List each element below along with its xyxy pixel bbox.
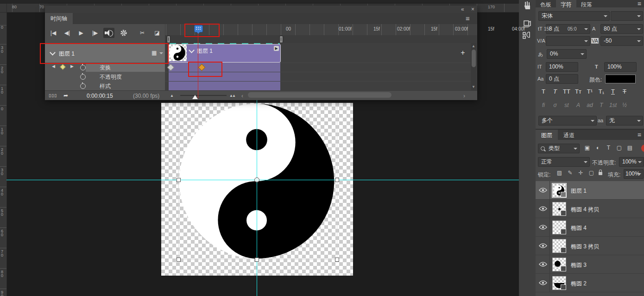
panel-tab[interactable]: 字符: [556, 0, 576, 10]
stopwatch-icon[interactable]: [80, 74, 86, 80]
mute-audio-button[interactable]: [103, 28, 114, 38]
history-icon[interactable]: [522, 31, 532, 41]
filter-toggle-icon-partial[interactable]: [641, 145, 644, 152]
layer-thumbnail[interactable]: [552, 220, 566, 234]
font-style-select[interactable]: [611, 11, 643, 21]
visibility-toggle[interactable]: [536, 274, 550, 292]
video-clip-layer1[interactable]: 图层 1 ▶: [169, 44, 281, 63]
blend-mode-select[interactable]: 正常: [538, 157, 590, 167]
type-style-button[interactable]: T¹: [585, 88, 595, 95]
visibility-toggle[interactable]: [536, 181, 550, 199]
clip-right-marker[interactable]: ▶: [274, 46, 279, 51]
transform-handle-midright[interactable]: [335, 178, 339, 182]
layer-row[interactable]: 椭圆 4: [536, 218, 644, 237]
transform-handle-bottomleft[interactable]: [177, 258, 181, 262]
anti-alias-select[interactable]: 无: [606, 116, 643, 126]
convert-to-frame-animation-icon[interactable]: ▯▯▯: [49, 93, 57, 98]
layer-row[interactable]: 椭圆 3 拷贝: [536, 237, 644, 255]
panel-menu-icon[interactable]: ≡: [638, 0, 641, 7]
transform-handle-midleft[interactable]: [177, 178, 181, 182]
filter-type-icon[interactable]: ▣: [582, 145, 593, 151]
type-style-button[interactable]: T: [619, 88, 630, 95]
filter-type-icon[interactable]: ▢: [614, 145, 625, 151]
layer-thumbnail[interactable]: [552, 183, 566, 197]
next-keyframe-arrow[interactable]: ▶: [70, 64, 74, 69]
layer-thumbnail[interactable]: [552, 239, 566, 253]
lock-option-icon[interactable]: ✛: [575, 170, 586, 176]
timeline-zoom-slider[interactable]: [180, 95, 227, 96]
horizontal-guide[interactable]: [6, 180, 519, 180]
filter-type-icon[interactable]: ◐: [593, 145, 603, 151]
property-label-cell[interactable]: 变换: [86, 63, 165, 72]
timeline-horizontal-scrollbar[interactable]: [248, 92, 391, 98]
filter-type-icon[interactable]: ▤: [625, 145, 635, 151]
opentype-button[interactable]: 1st: [608, 102, 618, 108]
panel-tab[interactable]: 色板: [536, 0, 556, 10]
horizontal-scale-field[interactable]: 100%: [604, 62, 637, 72]
clip-collapse-icon[interactable]: [189, 47, 195, 53]
tsume-field[interactable]: 0%: [547, 49, 587, 59]
scroll-down-icon[interactable]: ▼: [472, 85, 475, 89]
zoom-out-mountain-icon[interactable]: ▲: [170, 94, 174, 98]
work-area-end-marker[interactable]: [279, 36, 283, 43]
next-frame-button[interactable]: |▶: [89, 28, 101, 38]
kerning-field[interactable]: [546, 36, 590, 46]
opentype-button[interactable]: st: [562, 102, 572, 108]
type-style-button[interactable]: Tт: [573, 88, 583, 95]
layer-row[interactable]: 椭圆 3: [536, 255, 644, 274]
render-video-icon[interactable]: ➦: [63, 92, 68, 99]
font-family-select[interactable]: 宋体: [538, 11, 610, 21]
zoom-in-mountains-icon[interactable]: ▲▲: [229, 94, 235, 98]
close-panel-icon[interactable]: ×: [471, 6, 474, 13]
visibility-toggle[interactable]: [536, 218, 550, 236]
layer-row[interactable]: 椭圆 2: [536, 274, 644, 292]
layer-row[interactable]: 图层 1: [536, 181, 644, 200]
property-label[interactable]: 样式: [100, 82, 111, 90]
type-style-button[interactable]: T: [538, 88, 549, 95]
collapse-panel-icon[interactable]: «: [461, 6, 464, 13]
panel-tab[interactable]: 通道: [558, 130, 580, 142]
stopwatch-icon[interactable]: [80, 65, 86, 70]
opentype-button[interactable]: T: [596, 102, 606, 108]
type-style-button[interactable]: T: [608, 88, 618, 95]
previous-frame-button[interactable]: ◀|: [62, 28, 73, 38]
opentype-button[interactable]: ad: [585, 102, 595, 108]
property-label[interactable]: 不透明度: [100, 73, 122, 81]
work-area-start-marker[interactable]: [167, 36, 170, 43]
lock-option-icon[interactable]: ▨: [554, 170, 565, 176]
language-select[interactable]: 多个: [538, 116, 597, 126]
type-style-button[interactable]: T₁: [596, 88, 606, 95]
previous-keyframe-arrow[interactable]: ◀: [52, 64, 55, 69]
tab-timeline[interactable]: 时间轴: [45, 13, 73, 25]
panel-tab[interactable]: 段落: [576, 0, 597, 10]
panel-menu-icon[interactable]: ≡: [466, 14, 470, 22]
layer-row[interactable]: 椭圆 4 拷贝: [536, 200, 644, 218]
transform-reference-point[interactable]: [254, 177, 259, 183]
play-button[interactable]: ▶: [76, 28, 87, 38]
current-timecode[interactable]: 0:00:00:15: [87, 93, 113, 99]
opentype-button[interactable]: fi: [538, 102, 549, 108]
layer-thumbnail[interactable]: [552, 276, 566, 290]
leading-field[interactable]: 80 点: [600, 24, 643, 34]
opentype-button[interactable]: σ: [550, 102, 560, 108]
go-to-first-frame-button[interactable]: |◀: [48, 28, 59, 38]
opentype-button[interactable]: ½: [619, 102, 630, 108]
scroll-right-icon[interactable]: ›: [463, 93, 465, 99]
type-style-button[interactable]: TT: [562, 88, 572, 95]
stopwatch-icon[interactable]: [80, 83, 86, 89]
hand-plant-panel-icon[interactable]: [522, 1, 532, 11]
layer-thumbnail[interactable]: [552, 202, 566, 216]
timeline-titlebar[interactable]: « ×: [45, 6, 477, 13]
panel-tab[interactable]: 图层: [536, 130, 558, 142]
visibility-toggle[interactable]: [536, 200, 550, 218]
layer-thumbnail[interactable]: [552, 258, 566, 271]
lock-all-icon[interactable]: [599, 172, 602, 175]
zoom-slider-handle[interactable]: [192, 92, 198, 99]
transition-button[interactable]: ◪: [152, 28, 163, 38]
opacity-field[interactable]: 100%: [619, 157, 644, 167]
opentype-button[interactable]: A: [573, 102, 583, 108]
baseline-shift-field[interactable]: 0 点: [546, 74, 578, 84]
tracking-field[interactable]: -50: [600, 36, 643, 46]
type-style-button[interactable]: T: [550, 88, 560, 95]
lock-option-icon[interactable]: ▢: [586, 170, 597, 176]
